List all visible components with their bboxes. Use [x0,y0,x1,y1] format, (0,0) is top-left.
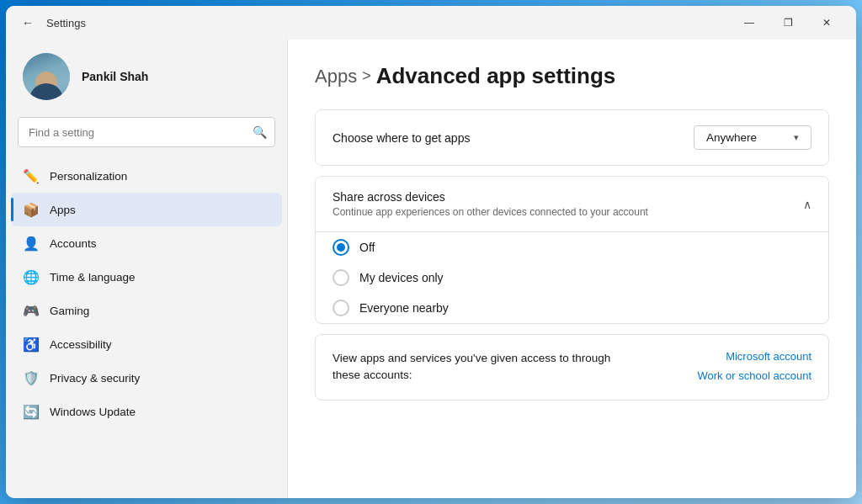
back-button[interactable]: ← [16,11,40,34]
privacy-security-icon: 🛡️ [23,369,40,386]
breadcrumb-separator: > [362,67,371,85]
work-school-account-link[interactable]: Work or school account [697,369,811,382]
sidebar-item-label: Personalization [50,170,127,183]
choose-apps-section: Choose where to get apps Anywhere ▾ [315,109,829,166]
share-devices-subtitle: Continue app experiences on other device… [333,206,648,218]
sidebar-item-label: Apps [50,204,76,216]
nav-list: ✏️ Personalization 📦 Apps 👤 Accounts 🌐 T… [6,159,287,428]
radio-circle-my-devices [333,269,349,286]
sidebar-item-privacy-security[interactable]: 🛡️ Privacy & security [11,361,282,395]
sidebar-item-apps[interactable]: 📦 Apps [11,193,282,226]
share-devices-section: Share across devices Continue app experi… [315,176,829,324]
dropdown-value: Anywhere [706,131,757,144]
sidebar-item-label: Time & language [50,271,136,284]
search-input[interactable] [18,117,275,147]
radio-off-label: Off [359,241,375,254]
search-box: 🔍 [18,117,275,147]
choose-apps-dropdown[interactable]: Anywhere ▾ [694,125,811,150]
time-language-icon: 🌐 [23,268,40,285]
accounts-links: Microsoft account Work or school account [697,350,811,382]
choose-apps-row: Choose where to get apps Anywhere ▾ [316,110,828,165]
accounts-row: View apps and services you've given acce… [333,350,811,385]
microsoft-account-link[interactable]: Microsoft account [726,350,811,363]
title-bar-left: ← Settings [16,11,730,34]
avatar-image [23,53,70,100]
title-bar: ← Settings — ❐ ✕ [6,6,856,40]
sidebar-item-label: Gaming [50,305,89,317]
accessibility-icon: ♿ [23,336,40,353]
content-area: Pankil Shah 🔍 ✏️ Personalization 📦 Apps … [6,40,856,498]
minimize-button[interactable]: — [730,9,769,36]
breadcrumb-parent: Apps [315,66,357,88]
radio-circle-everyone-nearby [333,300,349,316]
sidebar-item-windows-update[interactable]: 🔄 Windows Update [11,395,282,428]
gaming-icon: 🎮 [23,302,40,319]
sidebar-item-label: Accounts [50,237,97,250]
collapse-icon: ∧ [803,198,811,211]
sidebar-item-time-language[interactable]: 🌐 Time & language [11,260,282,294]
sidebar-item-personalization[interactable]: ✏️ Personalization [11,159,282,193]
choose-apps-label: Choose where to get apps [333,131,470,145]
personalization-icon: ✏️ [23,167,40,184]
main-content: Apps > Advanced app settings Choose wher… [288,40,856,498]
window-controls: — ❐ ✕ [730,9,846,36]
windows-update-icon: 🔄 [23,403,40,420]
sidebar-item-gaming[interactable]: 🎮 Gaming [11,294,282,327]
user-name: Pankil Shah [82,70,148,83]
maximize-button[interactable]: ❐ [769,9,807,36]
sidebar-item-label: Accessibility [50,338,112,351]
sidebar: Pankil Shah 🔍 ✏️ Personalization 📦 Apps … [6,40,288,498]
radio-off[interactable]: Off [333,239,811,256]
sidebar-item-accounts[interactable]: 👤 Accounts [11,226,282,260]
share-devices-title: Share across devices [333,190,648,204]
radio-my-devices-label: My devices only [359,271,444,284]
sidebar-item-label: Privacy & security [50,372,140,385]
accounts-section: View apps and services you've given acce… [315,334,829,401]
window-title: Settings [46,17,86,29]
share-devices-header-text: Share across devices Continue app experi… [333,190,648,218]
radio-group: Off My devices only Everyone nearby [316,232,828,323]
sidebar-item-accessibility[interactable]: ♿ Accessibility [11,327,282,361]
apps-icon: 📦 [23,201,40,218]
close-button[interactable]: ✕ [807,9,846,36]
settings-window: ← Settings — ❐ ✕ Pankil Shah 🔍 [6,6,856,498]
radio-everyone-nearby-label: Everyone nearby [359,301,449,315]
breadcrumb: Apps > Advanced app settings [315,63,829,89]
radio-circle-off [333,239,349,256]
chevron-down-icon: ▾ [794,132,799,143]
breadcrumb-current: Advanced app settings [376,63,616,89]
radio-my-devices[interactable]: My devices only [333,269,811,286]
accounts-icon: 👤 [23,235,40,252]
share-devices-header[interactable]: Share across devices Continue app experi… [316,177,828,232]
avatar [23,53,70,100]
accounts-description: View apps and services you've given acce… [333,350,636,385]
radio-everyone-nearby[interactable]: Everyone nearby [333,300,811,316]
sidebar-item-label: Windows Update [50,406,136,418]
user-section: Pankil Shah [6,40,287,117]
